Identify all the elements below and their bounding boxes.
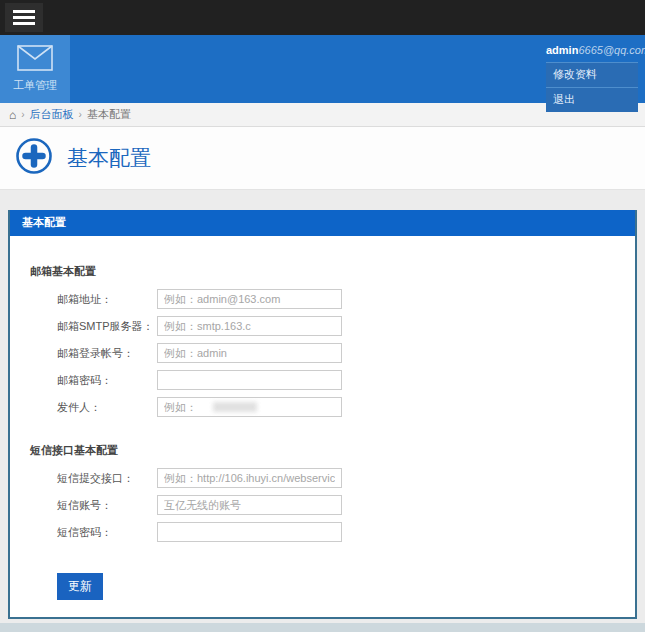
hamburger-bar	[13, 16, 35, 19]
home-icon[interactable]: ⌂	[9, 109, 16, 121]
section-title-email: 邮箱基本配置	[30, 264, 615, 279]
field-label: 短信密码：	[57, 525, 157, 540]
envelope-icon	[17, 45, 53, 71]
form-row-email-address: 邮箱地址：	[30, 289, 615, 309]
user-area: admin6665@qq.com 修改资料 退出	[546, 44, 638, 112]
plus-circle-icon	[14, 136, 54, 180]
field-label: 邮箱登录帐号：	[57, 346, 157, 361]
content-area: 基本配置 邮箱基本配置 邮箱地址： 邮箱SMTP服务器： 邮箱登录帐号： 邮箱密…	[0, 190, 645, 619]
topbar	[0, 0, 645, 35]
form-row-email-account: 邮箱登录帐号：	[30, 343, 615, 363]
email-account-input[interactable]	[157, 343, 342, 363]
email-address-input[interactable]	[157, 289, 342, 309]
hamburger-bar	[13, 22, 35, 25]
sms-password-input[interactable]	[157, 522, 342, 542]
field-label: 短信账号：	[57, 498, 157, 513]
form-row-sms-account: 短信账号：	[30, 495, 615, 515]
page-title-section: 基本配置	[0, 127, 645, 190]
breadcrumb-separator: ›	[79, 109, 82, 120]
footer-strip	[0, 623, 645, 632]
field-label: 邮箱密码：	[57, 373, 157, 388]
field-label: 邮箱SMTP服务器：	[57, 319, 157, 334]
panel-title: 基本配置	[10, 210, 635, 236]
panel-body: 邮箱基本配置 邮箱地址： 邮箱SMTP服务器： 邮箱登录帐号： 邮箱密码： 发件…	[10, 236, 635, 617]
tab-work-order-management[interactable]: 工单管理	[0, 35, 70, 103]
email-password-input[interactable]	[157, 370, 342, 390]
sms-account-input[interactable]	[157, 495, 342, 515]
header: 工单管理 admin6665@qq.com 修改资料 退出	[0, 35, 645, 103]
form-row-sms-password: 短信密码：	[30, 522, 615, 542]
user-name: admin	[546, 44, 578, 56]
field-label: 发件人：	[57, 400, 157, 415]
sms-api-input[interactable]	[157, 468, 342, 488]
smtp-server-input[interactable]	[157, 316, 342, 336]
user-menu: 修改资料 退出	[546, 62, 638, 112]
form-row-sms-api: 短信提交接口：	[30, 468, 615, 488]
user-email-domain: 6665@qq.com	[578, 44, 645, 56]
breadcrumb-link-dashboard[interactable]: 后台面板	[30, 107, 74, 122]
section-title-sms: 短信接口基本配置	[30, 443, 615, 458]
hamburger-bar	[13, 10, 35, 13]
menu-item-logout[interactable]: 退出	[546, 87, 638, 112]
form-row-email-password: 邮箱密码：	[30, 370, 615, 390]
tab-label: 工单管理	[13, 78, 57, 93]
field-label: 短信提交接口：	[57, 471, 157, 486]
menu-item-edit-profile[interactable]: 修改资料	[546, 62, 638, 87]
page-title: 基本配置	[67, 144, 151, 172]
field-label: 邮箱地址：	[57, 292, 157, 307]
user-email: admin6665@qq.com	[546, 44, 638, 56]
update-button[interactable]: 更新	[57, 573, 103, 600]
breadcrumb-current: 基本配置	[87, 107, 131, 122]
form-row-smtp-server: 邮箱SMTP服务器：	[30, 316, 615, 336]
sender-input[interactable]	[157, 397, 342, 417]
hamburger-menu-icon[interactable]	[5, 3, 43, 32]
breadcrumb-separator: ›	[21, 109, 24, 120]
config-panel: 基本配置 邮箱基本配置 邮箱地址： 邮箱SMTP服务器： 邮箱登录帐号： 邮箱密…	[8, 210, 637, 619]
form-row-sender: 发件人：	[30, 397, 615, 417]
